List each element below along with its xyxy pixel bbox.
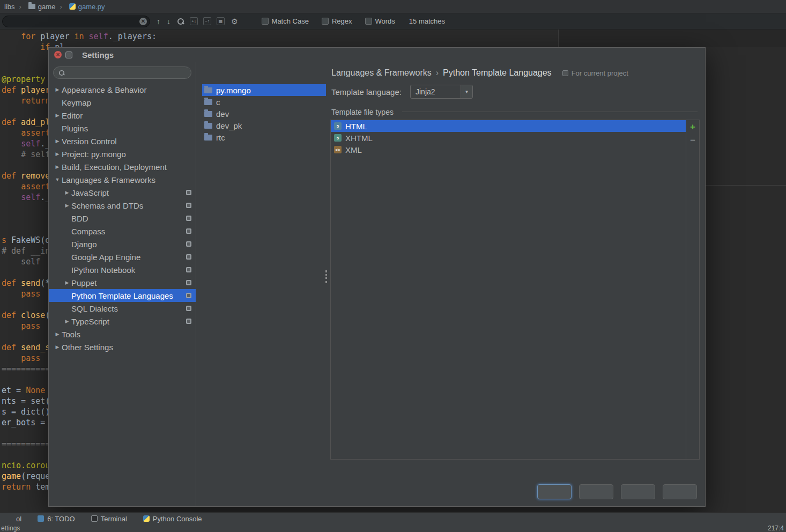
close-icon[interactable]: ✕ bbox=[54, 51, 62, 58]
select-all-occurrences-icon[interactable]: ▦ bbox=[217, 17, 225, 25]
settings-tree-item[interactable]: Plugins bbox=[49, 122, 196, 135]
shared-settings-icon bbox=[186, 293, 191, 298]
breadcrumb-item[interactable]: game.py bbox=[55, 3, 105, 11]
settings-tree-item[interactable]: Python Template Languages bbox=[49, 289, 196, 302]
settings-tree-item[interactable]: Build, Execution, Deployment bbox=[49, 160, 196, 173]
checkbox-icon[interactable] bbox=[365, 18, 372, 25]
expand-arrow-icon[interactable] bbox=[53, 138, 62, 144]
toolwindow-button[interactable]: Python Console bbox=[143, 515, 202, 523]
settings-search-input[interactable] bbox=[69, 68, 187, 78]
settings-tree-item[interactable]: Google App Engine bbox=[49, 250, 196, 263]
module-folder-icon bbox=[204, 123, 212, 129]
expand-arrow-icon[interactable] bbox=[53, 164, 62, 169]
settings-tree-item[interactable]: JavaScript bbox=[49, 186, 196, 199]
expand-arrow-icon[interactable] bbox=[63, 203, 71, 208]
find-option-checkbox[interactable]: Regex bbox=[322, 17, 352, 25]
dialog-button[interactable] bbox=[537, 484, 572, 499]
expand-arrow-icon[interactable] bbox=[53, 331, 62, 337]
module-list-item[interactable]: rtc bbox=[202, 131, 326, 143]
module-folder-icon bbox=[204, 135, 212, 141]
toolwindow-label: 6: TODO bbox=[47, 515, 75, 523]
settings-tree-item[interactable]: Languages & Frameworks bbox=[49, 173, 196, 186]
settings-tree-item[interactable]: Compass bbox=[49, 225, 196, 238]
template-file-type-item[interactable]: XHTML bbox=[331, 132, 686, 144]
config-panel: Languages & Frameworks › Python Template… bbox=[326, 62, 705, 506]
find-settings-gear-icon[interactable]: ⚙ bbox=[231, 17, 238, 26]
module-list-item[interactable]: py.mongo bbox=[202, 84, 326, 96]
dialog-button[interactable] bbox=[579, 484, 613, 499]
breadcrumb-item[interactable]: libs bbox=[4, 3, 15, 11]
tree-item-label: Editor bbox=[62, 111, 83, 120]
expand-arrow-icon[interactable] bbox=[63, 319, 71, 324]
settings-tree-item[interactable]: SQL Dialects bbox=[49, 302, 196, 315]
breadcrumb-item-label: libs bbox=[4, 3, 15, 11]
settings-tree-panel: Appearance & Behavior Keymap Editor Plug… bbox=[49, 62, 196, 506]
settings-tree-item[interactable]: Version Control bbox=[49, 135, 196, 147]
settings-search-field[interactable] bbox=[53, 66, 191, 79]
chevron-down-icon[interactable]: ▼ bbox=[461, 85, 472, 98]
tree-item-label: Google App Engine bbox=[71, 253, 140, 262]
toolwindow-label: ol bbox=[16, 515, 21, 523]
toolwindow-button[interactable]: 6: TODO bbox=[38, 515, 75, 523]
caret-position[interactable]: 217:4 bbox=[768, 524, 784, 532]
expand-arrow-icon[interactable] bbox=[53, 113, 62, 118]
expand-arrow-icon[interactable] bbox=[63, 280, 71, 285]
checkbox-icon[interactable] bbox=[262, 18, 269, 25]
toolwindow-button[interactable]: Terminal bbox=[91, 515, 127, 523]
settings-tree-item[interactable]: Project: py.mongo bbox=[49, 147, 196, 160]
settings-tree-item[interactable]: Appearance & Behavior bbox=[49, 83, 196, 96]
previous-occurrence-icon[interactable]: ↑ bbox=[157, 17, 160, 26]
find-search-field[interactable]: ✕ bbox=[2, 16, 150, 27]
settings-tree-item[interactable]: Django bbox=[49, 238, 196, 250]
expand-arrow-icon[interactable] bbox=[63, 190, 71, 195]
module-list-item[interactable]: dev bbox=[202, 108, 326, 120]
template-file-type-item[interactable]: HTML bbox=[331, 120, 686, 132]
tree-item-label: Project: py.mongo bbox=[62, 150, 126, 159]
tree-item-label: Schemas and DTDs bbox=[71, 201, 143, 210]
expand-arrow-icon[interactable] bbox=[53, 87, 62, 92]
settings-tree-item[interactable]: Schemas and DTDs bbox=[49, 199, 196, 212]
template-file-type-item[interactable]: XML bbox=[331, 144, 686, 156]
tree-item-label: TypeScript bbox=[71, 317, 109, 326]
toolwindow-button[interactable]: ol bbox=[16, 515, 21, 523]
settings-tree-item[interactable]: BDD bbox=[49, 212, 196, 225]
code-line: er_bots = bbox=[2, 417, 45, 428]
remove-occurrence-icon[interactable]: −↑ bbox=[203, 17, 211, 25]
expand-arrow-icon[interactable] bbox=[53, 151, 62, 157]
find-in-selection-icon[interactable] bbox=[177, 18, 184, 25]
code-line: def add_pl bbox=[2, 117, 50, 128]
find-option-checkbox[interactable]: Words bbox=[365, 17, 395, 25]
dialog-button[interactable] bbox=[621, 484, 655, 499]
module-list-item[interactable]: c bbox=[202, 96, 326, 108]
shared-settings-icon bbox=[186, 267, 191, 272]
settings-tree-item[interactable]: IPython Notebook bbox=[49, 263, 196, 276]
window-menu-icon[interactable] bbox=[65, 51, 72, 58]
find-option-checkbox[interactable]: Match Case bbox=[262, 17, 309, 25]
dialog-title-bar[interactable]: ✕ Settings bbox=[49, 48, 705, 62]
code-line: ========== bbox=[2, 439, 50, 449]
code-line: for player in self._players: bbox=[2, 31, 157, 42]
template-language-combobox[interactable]: Jinja2 ▼ bbox=[410, 85, 473, 99]
expand-arrow-icon[interactable] bbox=[53, 177, 62, 182]
next-occurrence-icon[interactable]: ↓ bbox=[167, 17, 170, 26]
settings-tree-item[interactable]: Other Settings bbox=[49, 341, 196, 353]
template-file-types-label: Template file types bbox=[331, 108, 394, 116]
module-list-item[interactable]: dev_pk bbox=[202, 120, 326, 131]
settings-tree-item[interactable]: Tools bbox=[49, 328, 196, 341]
settings-tree-item[interactable]: Keymap bbox=[49, 96, 196, 109]
settings-dialog: ✕ Settings Appearance & Behavior Keymap bbox=[48, 47, 706, 507]
checkbox-icon[interactable] bbox=[322, 18, 329, 25]
code-line: return bbox=[2, 95, 50, 106]
add-occurrence-icon[interactable]: +↓ bbox=[190, 17, 198, 25]
settings-tree-item[interactable]: Editor bbox=[49, 109, 196, 122]
add-icon[interactable]: + bbox=[690, 122, 695, 131]
settings-tree-item[interactable]: TypeScript bbox=[49, 315, 196, 328]
expand-arrow-icon[interactable] bbox=[53, 344, 62, 350]
module-folder-icon bbox=[204, 111, 212, 117]
settings-tree-item[interactable]: Puppet bbox=[49, 276, 196, 289]
clear-search-icon[interactable]: ✕ bbox=[139, 18, 147, 25]
dialog-button[interactable] bbox=[663, 484, 697, 499]
breadcrumb-item[interactable]: game bbox=[15, 3, 56, 11]
find-search-input[interactable] bbox=[8, 17, 137, 26]
remove-icon[interactable]: − bbox=[690, 136, 695, 145]
